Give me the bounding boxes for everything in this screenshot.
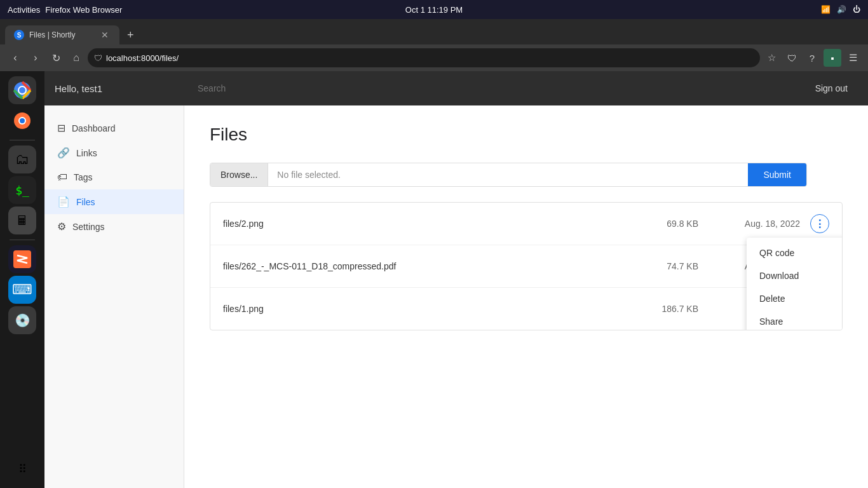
sidebar-item-links[interactable]: 🔗 Links xyxy=(44,140,184,165)
context-menu-delete[interactable]: Delete xyxy=(747,287,843,310)
os-status-icons: 📶 🔊 ⏻ xyxy=(821,5,860,14)
main-content: Files Browse... No file selected. Submit… xyxy=(184,105,868,488)
sidebar-label-links: Links xyxy=(76,148,97,158)
dock-separator-1 xyxy=(10,140,35,140)
dock-icon-firefox[interactable] xyxy=(8,107,36,135)
power-icon: ⏻ xyxy=(853,5,860,14)
os-topbar-left: Activities Firefox Web Browser xyxy=(8,5,122,15)
help-button[interactable]: ? xyxy=(803,49,821,67)
address-bar[interactable] xyxy=(106,53,754,63)
tab-favicon: S xyxy=(14,30,24,40)
dock-icon-vscode[interactable]: ⌨ xyxy=(8,276,36,304)
browser: S Files | Shortly ✕ + ‹ › ↻ ⌂ 🛡 ☆ 🛡 ? ▪ … xyxy=(0,19,868,488)
os-topbar: Activities Firefox Web Browser Oct 1 11:… xyxy=(0,0,868,19)
os-datetime: Oct 1 11:19 PM xyxy=(405,5,463,15)
dock-separator-2 xyxy=(10,240,35,240)
settings-icon: ⚙ xyxy=(57,220,66,233)
reload-button[interactable]: ↻ xyxy=(47,49,65,67)
svg-point-5 xyxy=(20,118,25,123)
upload-row: Browse... No file selected. Submit xyxy=(210,163,807,187)
sidebar-item-files[interactable]: 📄 Files xyxy=(44,189,184,214)
file-menu-button[interactable]: ⋮ xyxy=(810,214,829,233)
sidebar-label-tags: Tags xyxy=(74,172,93,182)
sidebar: ⊟ Dashboard 🔗 Links 🏷 Tags 📄 Files xyxy=(44,105,184,488)
forward-button[interactable]: › xyxy=(27,49,44,67)
sidebar-item-settings[interactable]: ⚙ Settings xyxy=(44,214,184,239)
browse-button[interactable]: Browse... xyxy=(210,163,268,186)
file-placeholder: No file selected. xyxy=(268,163,748,186)
context-menu-download[interactable]: Download xyxy=(747,264,843,287)
file-name: files/2.png xyxy=(223,219,635,229)
tab-title: Files | Shortly xyxy=(29,30,94,39)
dock-icon-apps[interactable]: ⠿ xyxy=(8,455,36,483)
volume-icon: 🔊 xyxy=(837,5,846,14)
context-menu-qrcode[interactable]: QR code xyxy=(747,241,843,264)
hello-text: Hello, test1 xyxy=(55,83,191,94)
tags-icon: 🏷 xyxy=(57,172,67,183)
file-row: files/2.png 69.8 KB Aug. 18, 2022 ⋮ QR c… xyxy=(210,203,842,245)
sidebar-label-dashboard: Dashboard xyxy=(72,123,116,133)
sign-out-button[interactable]: Sign out xyxy=(805,78,858,98)
os-dock: 🗂 $_ 🖩 ⌨ 💿 ⠿ xyxy=(0,71,44,488)
browser-label: Firefox Web Browser xyxy=(45,5,122,15)
files-list: files/2.png 69.8 KB Aug. 18, 2022 ⋮ QR c… xyxy=(210,202,843,330)
extensions-button[interactable]: ▪ xyxy=(824,49,841,67)
app-top-bar: Hello, test1 Sign out xyxy=(44,71,868,105)
dock-icon-chrome[interactable] xyxy=(8,76,36,104)
home-button[interactable]: ⌂ xyxy=(67,49,85,67)
shield-icon: 🛡 xyxy=(94,53,102,63)
browser-toolbar: ‹ › ↻ ⌂ 🛡 ☆ 🛡 ? ▪ ☰ xyxy=(0,44,868,71)
app-wrapper: Hello, test1 Sign out ⊟ Dashboard 🔗 Link xyxy=(44,71,868,488)
app-body: ⊟ Dashboard 🔗 Links 🏷 Tags 📄 Files xyxy=(44,105,868,488)
files-icon: 📄 xyxy=(57,196,70,208)
sidebar-label-files: Files xyxy=(76,197,95,207)
sidebar-item-dashboard[interactable]: ⊟ Dashboard xyxy=(44,116,184,140)
activities-label[interactable]: Activities xyxy=(8,5,40,15)
file-size: 69.8 KB xyxy=(635,219,698,229)
menu-button[interactable]: ☰ xyxy=(844,49,862,67)
dashboard-icon: ⊟ xyxy=(57,122,65,134)
sidebar-item-tags[interactable]: 🏷 Tags xyxy=(44,165,184,189)
wifi-icon: 📶 xyxy=(821,5,831,14)
browser-tabs: S Files | Shortly ✕ + xyxy=(0,19,868,44)
submit-button[interactable]: Submit xyxy=(748,163,806,186)
file-date: Aug. 18, 2022 xyxy=(717,219,800,229)
links-icon: 🔗 xyxy=(57,147,70,159)
sidebar-label-settings: Settings xyxy=(72,222,105,232)
dock-icon-sublime[interactable] xyxy=(8,245,36,273)
file-size: 186.7 KB xyxy=(635,304,698,314)
new-tab-button[interactable]: + xyxy=(122,26,139,44)
file-name: files/262_-_MCS-011_D18_compressed.pdf xyxy=(223,261,635,271)
svg-point-2 xyxy=(19,87,25,93)
browser-content: 🗂 $_ 🖩 ⌨ 💿 ⠿ xyxy=(0,71,868,488)
back-button[interactable]: ‹ xyxy=(6,49,24,67)
dock-icon-terminal[interactable]: $_ xyxy=(8,176,36,204)
dock-icon-files[interactable]: 🗂 xyxy=(8,146,36,173)
browser-tab-active[interactable]: S Files | Shortly ✕ xyxy=(5,25,119,44)
dock-icon-music[interactable]: 💿 xyxy=(8,306,36,334)
search-container xyxy=(191,79,805,97)
shield-button[interactable]: 🛡 xyxy=(783,49,801,67)
file-size: 74.7 KB xyxy=(635,261,698,271)
bookmark-button[interactable]: ☆ xyxy=(763,49,780,67)
address-bar-container: 🛡 xyxy=(88,48,760,67)
dock-icon-calculator[interactable]: 🖩 xyxy=(8,207,36,234)
page-title: Files xyxy=(210,125,843,145)
tab-close-button[interactable]: ✕ xyxy=(99,29,111,41)
toolbar-icons: ☆ 🛡 ? ▪ ☰ xyxy=(763,49,862,67)
file-name: files/1.png xyxy=(223,304,635,314)
search-input[interactable] xyxy=(191,79,805,97)
context-menu: QR code Download Delete Share xyxy=(747,238,843,330)
context-menu-share[interactable]: Share xyxy=(747,310,843,330)
